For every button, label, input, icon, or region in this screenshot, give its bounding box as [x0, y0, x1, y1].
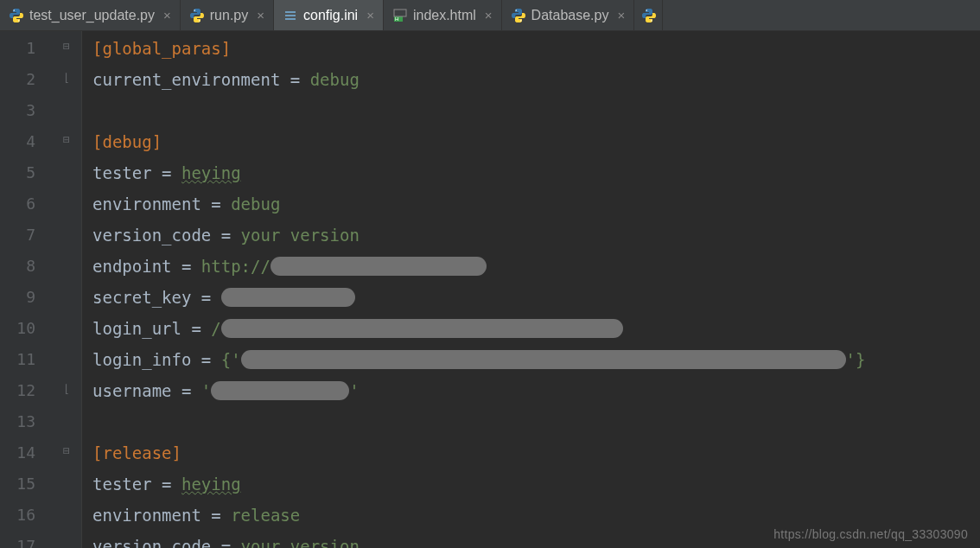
fold-toggle-icon[interactable]: ⊟ — [63, 436, 70, 467]
svg-point-13 — [651, 20, 652, 22]
fold-end-icon: ⌊ — [63, 62, 70, 93]
redacted-value — [211, 381, 349, 400]
tab-label: run.py — [210, 8, 248, 23]
tab-label: config.ini — [303, 8, 358, 23]
tab-overflow[interactable] — [634, 0, 663, 30]
close-icon[interactable]: × — [163, 8, 171, 22]
tab-index-html[interactable]: H index.html × — [384, 0, 502, 30]
close-icon[interactable]: × — [366, 8, 374, 22]
svg-rect-4 — [285, 11, 296, 13]
line-number: 2 — [0, 64, 35, 95]
close-icon[interactable]: × — [485, 8, 493, 22]
svg-rect-6 — [285, 18, 296, 20]
line-number: 10 — [0, 313, 35, 344]
tab-run[interactable]: run.py × — [181, 0, 274, 30]
svg-point-11 — [520, 20, 522, 22]
python-file-icon — [511, 8, 526, 23]
tab-label: Database.py — [531, 8, 609, 23]
svg-point-0 — [13, 10, 15, 11]
section-header: [debug] — [92, 132, 162, 151]
tab-config-ini[interactable]: config.ini × — [274, 0, 384, 30]
section-header: [global_paras] — [92, 39, 231, 58]
close-icon[interactable]: × — [617, 8, 625, 22]
redacted-value — [221, 319, 623, 338]
line-number: 3 — [0, 95, 35, 126]
python-file-icon — [9, 8, 24, 23]
svg-point-2 — [194, 10, 195, 11]
python-file-icon — [641, 8, 657, 23]
fold-end-icon: ⌊ — [63, 373, 70, 405]
tab-database[interactable]: Database.py × — [502, 0, 635, 30]
html-file-icon: H — [392, 8, 408, 23]
line-number: 11 — [0, 344, 35, 375]
svg-point-12 — [646, 10, 648, 11]
tab-bar: test_user_update.py × run.py × config.in… — [0, 0, 980, 31]
redacted-value — [241, 350, 846, 369]
line-number: 12 — [0, 375, 35, 406]
line-number: 8 — [0, 251, 35, 282]
line-number-gutter: 1 2 3 4 5 6 7 8 9 10 11 12 13 14 15 16 1… — [0, 31, 48, 548]
line-number: 5 — [0, 157, 35, 188]
svg-point-10 — [515, 10, 517, 11]
line-number: 9 — [0, 282, 35, 313]
redacted-value — [270, 257, 487, 276]
fold-toggle-icon[interactable]: ⊟ — [63, 124, 70, 156]
section-header: [release] — [92, 443, 181, 462]
line-number: 7 — [0, 220, 35, 251]
editor: 1 2 3 4 5 6 7 8 9 10 11 12 13 14 15 16 1… — [0, 31, 980, 548]
line-number: 1 — [0, 33, 35, 64]
line-number: 13 — [0, 406, 35, 437]
ini-file-icon — [283, 8, 298, 23]
watermark-text: https://blog.csdn.net/qq_33303090 — [773, 527, 968, 541]
svg-point-1 — [18, 20, 20, 22]
fold-gutter: ⊟ ⌊ ⊟ ⌊ ⊟ — [48, 31, 82, 548]
line-number: 14 — [0, 437, 35, 468]
line-number: 15 — [0, 468, 35, 500]
fold-toggle-icon[interactable]: ⊟ — [63, 31, 70, 62]
svg-rect-9 — [394, 10, 406, 16]
svg-point-3 — [199, 20, 200, 22]
tab-test-user-update[interactable]: test_user_update.py × — [0, 0, 181, 30]
tab-label: test_user_update.py — [29, 8, 155, 23]
line-number: 6 — [0, 188, 35, 220]
redacted-value — [221, 288, 355, 307]
svg-text:H: H — [395, 16, 398, 22]
line-number: 17 — [0, 531, 35, 548]
line-number: 4 — [0, 126, 35, 157]
tab-label: index.html — [413, 8, 476, 23]
line-number: 16 — [0, 500, 35, 531]
code-area[interactable]: [global_paras] current_environment = deb… — [82, 31, 980, 548]
svg-rect-5 — [285, 15, 296, 16]
python-file-icon — [189, 8, 205, 23]
close-icon[interactable]: × — [257, 8, 264, 22]
